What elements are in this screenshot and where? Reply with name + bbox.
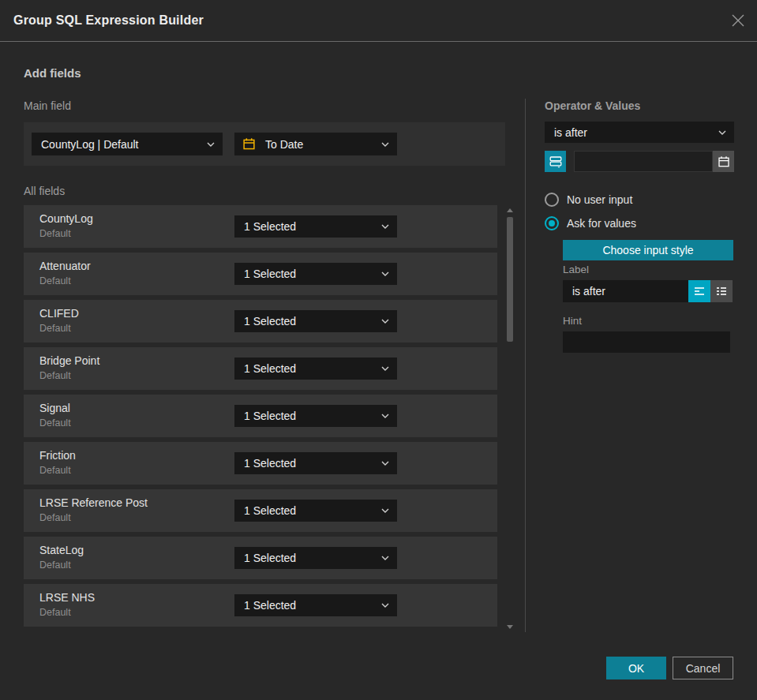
field-name: Bridge Point bbox=[39, 354, 99, 367]
field-type-dropdown-value: To Date bbox=[256, 138, 381, 151]
value-input[interactable] bbox=[574, 151, 713, 172]
cancel-button[interactable]: Cancel bbox=[673, 657, 733, 679]
chevron-down-icon bbox=[381, 319, 397, 324]
dialog-title: Group SQL Expression Builder bbox=[13, 0, 204, 41]
field-name: CountyLog bbox=[39, 212, 93, 225]
chevron-down-icon bbox=[381, 556, 397, 560]
title-bar: Group SQL Expression Builder bbox=[0, 0, 757, 42]
scroll-up-arrow-icon[interactable] bbox=[507, 208, 513, 212]
field-selection-dropdown[interactable]: 1 Selected bbox=[234, 547, 397, 569]
radio-no-user-input[interactable]: No user input bbox=[545, 193, 632, 207]
field-subtitle: Default bbox=[39, 228, 71, 239]
radio-icon bbox=[545, 193, 559, 207]
field-selection-dropdown[interactable]: 1 Selected bbox=[234, 263, 397, 285]
main-field-dropdown-value: CountyLog | Default bbox=[32, 138, 207, 151]
field-selection-dropdown[interactable]: 1 Selected bbox=[234, 310, 397, 332]
field-selection-dropdown[interactable]: 1 Selected bbox=[234, 594, 397, 616]
calendar-icon bbox=[234, 137, 256, 151]
group-sql-expression-builder-dialog: Group SQL Expression Builder Add fields … bbox=[0, 0, 757, 700]
field-subtitle: Default bbox=[39, 370, 71, 381]
chevron-down-icon bbox=[381, 603, 397, 608]
date-picker-button[interactable] bbox=[713, 151, 734, 172]
field-selection-dropdown[interactable]: 1 Selected bbox=[234, 500, 397, 522]
field-subtitle: Default bbox=[39, 607, 71, 618]
field-name: LRSE NHS bbox=[39, 591, 95, 604]
field-row-clifed: CLIFED Default 1 Selected bbox=[24, 300, 497, 343]
label-input[interactable] bbox=[563, 280, 688, 302]
field-type-dropdown[interactable]: To Date bbox=[234, 133, 397, 155]
chevron-down-icon bbox=[381, 142, 397, 147]
close-icon[interactable] bbox=[728, 10, 748, 31]
all-fields-label: All fields bbox=[24, 185, 65, 197]
field-subtitle: Default bbox=[39, 512, 71, 523]
fields-scrollbar[interactable] bbox=[505, 205, 515, 632]
field-name: LRSE Reference Post bbox=[39, 496, 148, 509]
field-selection-dropdown[interactable]: 1 Selected bbox=[234, 215, 397, 238]
operator-dropdown-value: is after bbox=[545, 126, 718, 139]
operator-values-heading: Operator & Values bbox=[545, 99, 640, 112]
chevron-down-icon bbox=[207, 142, 223, 147]
panel-divider bbox=[525, 99, 526, 632]
field-selection-dropdown[interactable]: 1 Selected bbox=[234, 357, 397, 380]
field-subtitle: Default bbox=[39, 417, 71, 429]
ok-button[interactable]: OK bbox=[606, 657, 666, 679]
field-row-statelog: StateLog Default 1 Selected bbox=[24, 537, 497, 579]
field-row-attenuator: Attenuator Default 1 Selected bbox=[24, 253, 497, 295]
field-row-countylog: CountyLog Default 1 Selected bbox=[24, 205, 497, 248]
scroll-down-arrow-icon[interactable] bbox=[507, 625, 513, 629]
field-row-signal: Signal Default 1 Selected bbox=[24, 395, 497, 437]
field-name: Signal bbox=[39, 402, 70, 414]
chevron-down-icon bbox=[381, 366, 397, 371]
field-name: CLIFED bbox=[39, 307, 79, 320]
add-fields-heading: Add fields bbox=[24, 66, 81, 80]
hint-input[interactable] bbox=[563, 331, 730, 353]
field-row-bridge-point: Bridge Point Default 1 Selected bbox=[24, 347, 497, 390]
field-name: StateLog bbox=[39, 544, 84, 556]
field-selection-dropdown[interactable]: 1 Selected bbox=[234, 452, 397, 474]
chevron-down-icon bbox=[381, 508, 397, 513]
field-name: Attenuator bbox=[39, 260, 91, 272]
main-field-label: Main field bbox=[24, 99, 71, 112]
field-subtitle: Default bbox=[39, 560, 71, 571]
field-selection-dropdown[interactable]: 1 Selected bbox=[234, 405, 397, 427]
chevron-down-icon bbox=[381, 461, 397, 466]
field-row-friction: Friction Default 1 Selected bbox=[24, 442, 497, 485]
field-row-lrse-reference-post: LRSE Reference Post Default 1 Selected bbox=[24, 489, 497, 532]
radio-ask-for-values[interactable]: Ask for values bbox=[545, 216, 636, 230]
single-line-style-button[interactable] bbox=[688, 280, 710, 302]
scrollbar-thumb[interactable] bbox=[507, 217, 513, 342]
field-row-lrse-nhs: LRSE NHS Default 1 Selected bbox=[24, 584, 497, 627]
radio-selected-icon bbox=[545, 216, 559, 230]
hint-label: Hint bbox=[563, 315, 582, 327]
operator-dropdown[interactable]: is after bbox=[545, 122, 734, 143]
chevron-down-icon bbox=[381, 224, 397, 229]
label-label: Label bbox=[563, 264, 589, 275]
main-field-dropdown[interactable]: CountyLog | Default bbox=[32, 133, 223, 155]
value-source-button[interactable] bbox=[545, 151, 566, 172]
field-subtitle: Default bbox=[39, 275, 71, 286]
main-field-panel: CountyLog | Default To Date bbox=[24, 122, 505, 166]
field-name: Friction bbox=[39, 449, 76, 462]
field-subtitle: Default bbox=[39, 465, 71, 476]
choose-input-style-button[interactable]: Choose input style bbox=[563, 240, 733, 260]
chevron-down-icon bbox=[718, 130, 734, 135]
field-subtitle: Default bbox=[39, 323, 71, 334]
list-style-button[interactable] bbox=[710, 280, 733, 302]
chevron-down-icon bbox=[381, 271, 397, 276]
chevron-down-icon bbox=[381, 414, 397, 418]
